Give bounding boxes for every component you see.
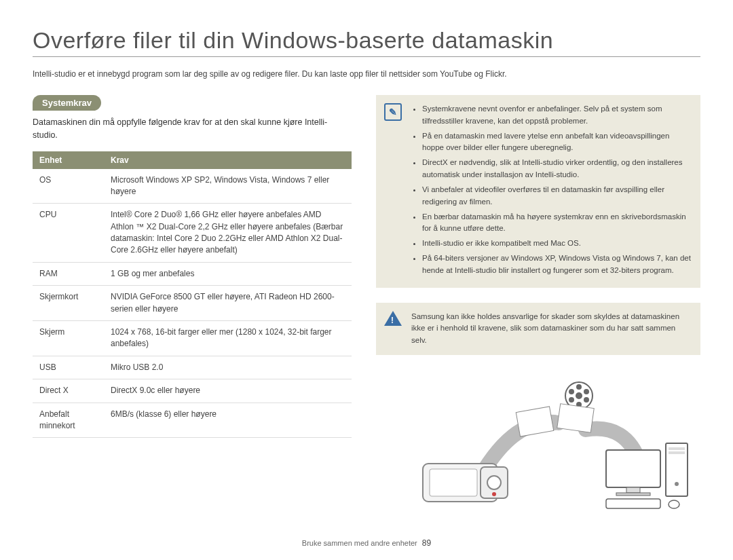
svg-rect-18 <box>626 487 640 493</box>
svg-point-9 <box>569 389 574 394</box>
cell-req: 6MB/s (klasse 6) eller høyere <box>104 403 352 438</box>
svg-point-23 <box>675 482 679 486</box>
cell-req: 1 GB og mer anbefales <box>104 262 352 285</box>
cell-unit: OS <box>33 169 104 204</box>
table-row: USBMikro USB 2.0 <box>33 356 352 379</box>
page-title: Overføre filer til din Windows-baserte d… <box>33 27 700 57</box>
cell-unit: Skjerm <box>33 321 104 356</box>
table-row: Direct XDirectX 9.0c eller høyere <box>33 379 352 403</box>
cell-unit: Anbefalt minnekort <box>33 403 104 438</box>
warning-text: Samsung kan ikke holdes ansvarlige for s… <box>411 311 691 347</box>
cell-req: DirectX 9.0c eller høyere <box>104 379 352 403</box>
content-columns: Systemkrav Datamaskinen din må oppfylle … <box>33 95 700 511</box>
note-item: På en datamaskin med lavere ytelse enn a… <box>422 130 691 155</box>
cell-req: 1024 x 768, 16-bit farger eller mer (128… <box>104 321 352 356</box>
svg-rect-17 <box>606 450 660 487</box>
svg-rect-20 <box>666 443 688 496</box>
table-row: Skjerm1024 x 768, 16-bit farger eller me… <box>33 321 352 356</box>
cell-req: NVIDIA GeForce 8500 GT eller høyere, ATI… <box>104 286 352 321</box>
svg-rect-19 <box>616 493 650 496</box>
cell-req: Microsoft Windows XP SP2, Windows Vista,… <box>104 169 352 204</box>
svg-rect-10 <box>516 407 553 436</box>
lead-text: Datamaskinen din må oppfylle følgende kr… <box>33 116 352 142</box>
note-box: ✎ Systemkravene nevnt ovenfor er anbefal… <box>376 95 700 288</box>
cell-req: Intel® Core 2 Duo® 1,66 GHz eller høyere… <box>104 204 352 263</box>
note-item: DirectX er nødvendig, slik at Intelli-st… <box>422 157 691 181</box>
cell-unit: RAM <box>33 262 104 285</box>
svg-rect-22 <box>669 451 685 454</box>
note-item: En bærbar datamaskin må ha høyere system… <box>422 211 691 236</box>
table-row: OSMicrosoft Windows XP SP2, Windows Vist… <box>33 169 352 204</box>
footer-text: Bruke sammen med andre enheter <box>302 539 417 547</box>
table-row: SkjermkortNVIDIA GeForce 8500 GT eller h… <box>33 286 352 321</box>
svg-point-8 <box>569 397 574 403</box>
note-item: Vi anbefaler at videofiler overføres til… <box>422 184 691 208</box>
warning-icon <box>384 311 402 326</box>
right-column: ✎ Systemkravene nevnt ovenfor er anbefal… <box>376 95 700 511</box>
cell-unit: Skjermkort <box>33 286 104 321</box>
note-icon: ✎ <box>384 103 402 121</box>
transfer-illustration <box>376 375 700 511</box>
th-unit: Enhet <box>33 151 104 169</box>
warning-box: Samsung kan ikke holdes ansvarlige for s… <box>376 303 700 355</box>
left-column: Systemkrav Datamaskinen din må oppfylle … <box>33 95 352 511</box>
svg-point-6 <box>584 397 589 403</box>
svg-rect-21 <box>669 447 685 450</box>
svg-point-3 <box>576 392 582 399</box>
cell-unit: Direct X <box>33 379 104 403</box>
cell-unit: CPU <box>33 204 104 263</box>
section-badge: Systemkrav <box>33 95 101 111</box>
notes-list: Systemkravene nevnt ovenfor er anbefalin… <box>411 103 691 277</box>
svg-point-16 <box>492 492 496 496</box>
svg-point-5 <box>584 389 589 394</box>
requirements-table: Enhet Krav OSMicrosoft Windows XP SP2, W… <box>33 151 352 438</box>
note-item: På 64-biters versjoner av Windows XP, Wi… <box>422 253 691 277</box>
table-row: CPUIntel® Core 2 Duo® 1,66 GHz eller høy… <box>33 204 352 263</box>
intro-text: Intelli-studio er et innebygd program so… <box>33 68 700 80</box>
svg-rect-24 <box>606 499 660 508</box>
page-footer: Bruke sammen med andre enheter 89 <box>0 538 733 548</box>
note-item: Systemkravene nevnt ovenfor er anbefalin… <box>422 103 691 128</box>
note-item: Intelli-studio er ikke kompatibelt med M… <box>422 238 691 250</box>
table-row: RAM1 GB og mer anbefales <box>33 262 352 285</box>
svg-point-25 <box>669 500 679 508</box>
table-row: Anbefalt minnekort6MB/s (klasse 6) eller… <box>33 403 352 438</box>
th-req: Krav <box>104 151 352 169</box>
cell-unit: USB <box>33 356 104 379</box>
page-number: 89 <box>422 538 431 548</box>
cell-req: Mikro USB 2.0 <box>104 356 352 379</box>
svg-point-15 <box>487 476 501 489</box>
svg-rect-13 <box>430 469 477 496</box>
svg-rect-11 <box>557 404 595 433</box>
svg-point-4 <box>576 384 582 390</box>
